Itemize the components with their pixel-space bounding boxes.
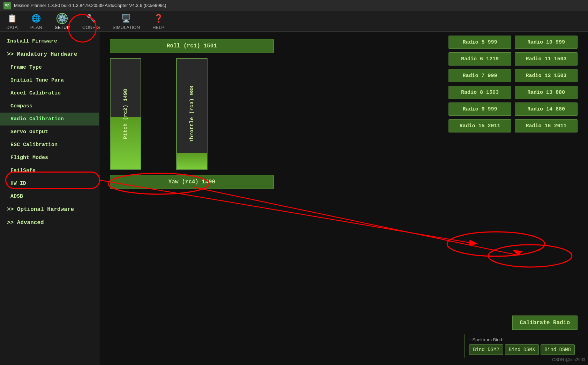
- nav-data-label: DATA: [6, 25, 18, 30]
- radio-8: Radio 8 1503: [448, 86, 511, 99]
- pitch-slider-label: Pitch (rc2) 1498: [111, 59, 141, 169]
- nav-plan-label: PLAN: [30, 25, 42, 30]
- sidebar-item-esc-calibration[interactable]: ESC Calibration: [0, 138, 99, 151]
- svg-point-4: [488, 245, 572, 267]
- nav-config[interactable]: 🔧 CONFIG: [80, 12, 103, 31]
- radio-11: Radio 11 1503: [515, 52, 578, 66]
- top-nav: 📋 DATA 🌐 PLAN ⚙️ SETUP 🔧 CONFIG 🖥️ SIMUL…: [0, 11, 588, 32]
- content-area: Roll (rc1) 1501 Pitch (rc2) 1498 Throttl…: [99, 32, 588, 365]
- sidebar: Install Firmware >> Mandatory Hardware F…: [0, 32, 99, 365]
- nav-data[interactable]: 📋 DATA: [3, 12, 21, 31]
- calibrate-radio-button[interactable]: Calibrate Radio: [512, 315, 578, 330]
- setup-icon: ⚙️: [56, 13, 68, 24]
- svg-line-2: [194, 187, 518, 255]
- radio-16: Radio 16 2011: [515, 119, 578, 132]
- sidebar-item-adsb[interactable]: ADSB: [0, 190, 99, 203]
- main-layout: Install Firmware >> Mandatory Hardware F…: [0, 32, 588, 365]
- nav-simulation-label: SIMULATION: [113, 25, 140, 30]
- sidebar-item-compass[interactable]: Compass: [0, 100, 99, 113]
- sidebar-item-hw-id[interactable]: HW ID: [0, 177, 99, 190]
- sidebar-item-initial-tune[interactable]: Initial Tune Para: [0, 74, 99, 87]
- sidebar-item-advanced[interactable]: >> Advanced: [0, 216, 99, 229]
- nav-setup-label: SETUP: [55, 25, 70, 30]
- radio-14: Radio 14 880: [515, 102, 578, 116]
- title-bar: Mp Mission Planner 1.3.80 build 1.3.8479…: [0, 0, 588, 11]
- radio-9: Radio 9 999: [448, 102, 511, 116]
- pitch-slider: Pitch (rc2) 1498: [110, 58, 141, 170]
- throttle-slider: Throttle (rc3) 988: [176, 58, 208, 170]
- sidebar-item-frame-type[interactable]: Frame Type: [0, 61, 99, 74]
- sidebar-item-servo-output[interactable]: Servo Output: [0, 126, 99, 138]
- nav-simulation[interactable]: 🖥️ SIMULATION: [110, 12, 143, 31]
- radio-15: Radio 15 2011: [448, 119, 511, 132]
- app-logo: Mp: [3, 2, 11, 9]
- yaw-bar: Yaw (rc4) 1490: [110, 175, 274, 189]
- nav-plan[interactable]: 🌐 PLAN: [28, 12, 45, 31]
- radio-5: Radio 5 999: [448, 36, 511, 49]
- sidebar-item-mandatory-hardware[interactable]: >> Mandatory Hardware: [0, 48, 99, 61]
- sidebar-item-optional-hardware[interactable]: >> Optional Hardware: [0, 203, 99, 216]
- radio-10: Radio 10 999: [515, 36, 578, 49]
- help-icon: ❓: [153, 13, 164, 24]
- nav-setup[interactable]: ⚙️ SETUP: [52, 12, 73, 31]
- spektrum-bind-buttons: Bind DSM2 Bind DSMX Bind DSM8: [469, 344, 575, 355]
- nav-help[interactable]: ❓ HELP: [150, 12, 167, 31]
- radio-6: Radio 6 1219: [448, 52, 511, 66]
- nav-config-label: CONFIG: [82, 25, 100, 30]
- nav-help-label: HELP: [152, 25, 164, 30]
- sidebar-item-flight-modes[interactable]: Flight Modes: [0, 151, 99, 164]
- spektrum-bind-label: ─Spektrum Bind─: [469, 337, 575, 342]
- data-icon: 📋: [6, 13, 17, 24]
- sidebar-item-failsafe[interactable]: FailSafe: [0, 164, 99, 177]
- sidebar-item-radio-calibration[interactable]: Radio Calibration: [0, 113, 99, 126]
- bind-dsm8-button[interactable]: Bind DSM8: [541, 344, 575, 355]
- radio-grid: Radio 5 999 Radio 10 999 Radio 6 1219 Ra…: [448, 36, 578, 132]
- simulation-icon: 🖥️: [121, 13, 132, 24]
- svg-marker-3: [513, 250, 523, 255]
- spektrum-bind-box: ─Spektrum Bind─ Bind DSM2 Bind DSMX Bind…: [465, 334, 579, 358]
- watermark: CSDN @lida2003: [552, 357, 585, 362]
- config-icon: 🔧: [85, 13, 97, 24]
- radio-13: Radio 13 880: [515, 86, 578, 99]
- throttle-slider-label: Throttle (rc3) 988: [177, 59, 207, 169]
- sidebar-item-install-firmware[interactable]: Install Firmware: [0, 35, 99, 48]
- bind-dsm2-button[interactable]: Bind DSM2: [469, 344, 503, 355]
- title-bar-text: Mission Planner 1.3.80 build 1.3.8479.20…: [14, 3, 166, 8]
- radio-12: Radio 12 1503: [515, 69, 578, 82]
- radio-7: Radio 7 999: [448, 69, 511, 82]
- plan-icon: 🌐: [31, 13, 42, 24]
- roll-bar: Roll (rc1) 1501: [110, 39, 274, 53]
- bind-dsmx-button[interactable]: Bind DSMX: [505, 344, 539, 355]
- sidebar-item-accel-calibration[interactable]: Accel Calibratio: [0, 87, 99, 100]
